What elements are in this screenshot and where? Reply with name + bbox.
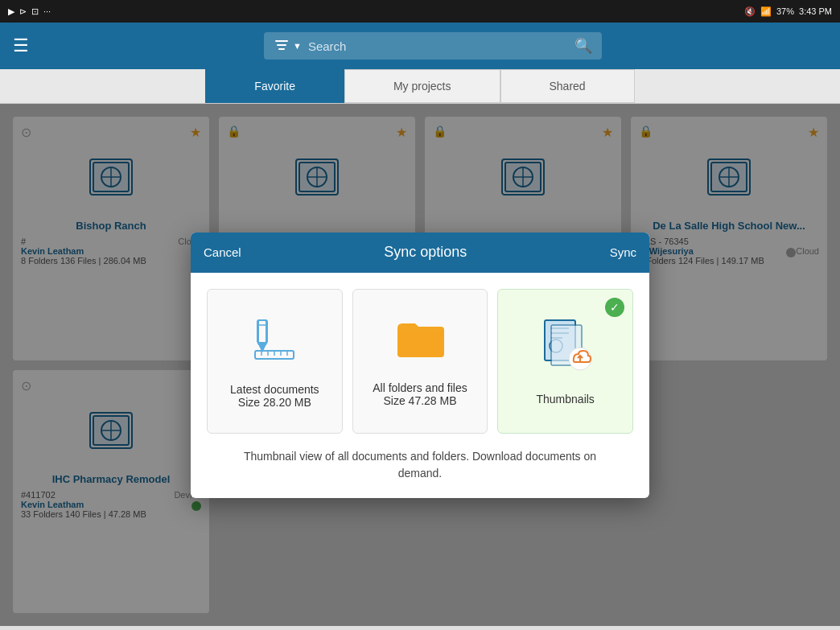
- search-icon: 🔍: [574, 37, 592, 55]
- project-grid: ⊙ ★ Bishop Ranch # Cloud Kevin Leatham 8…: [0, 104, 840, 626]
- sync-option-label-allfolders: All folders and files Size 47.28 MB: [373, 381, 467, 407]
- wifi-icon: 📶: [760, 6, 772, 17]
- svg-marker-32: [257, 343, 267, 351]
- status-bar-left: ▶ ⊳ ⊡ ···: [8, 6, 51, 17]
- folder-icon: [394, 315, 446, 370]
- app-icon-3: ⊡: [31, 6, 39, 17]
- search-bar[interactable]: ▼ Search 🔍: [264, 32, 602, 60]
- svg-rect-2: [278, 48, 285, 50]
- pencil-ruler-icon: [250, 314, 299, 372]
- sync-option-label-thumbnails: Thumbnails: [536, 393, 594, 406]
- mute-icon: 🔇: [744, 6, 756, 17]
- cancel-button[interactable]: Cancel: [204, 245, 241, 259]
- sync-option-latest[interactable]: Latest documents Size 28.20 MB: [207, 289, 343, 434]
- search-input[interactable]: Search: [308, 39, 568, 53]
- time-display: 3:43 PM: [799, 6, 832, 16]
- app-icon-1: ▶: [8, 6, 14, 17]
- tab-favorite[interactable]: Favorite: [205, 69, 344, 103]
- sync-description: Thumbnail view of all documents and fold…: [207, 448, 633, 482]
- tab-shared[interactable]: Shared: [500, 69, 635, 103]
- filter-button[interactable]: ▼: [274, 39, 302, 53]
- sync-option-label-latest: Latest documents Size 28.20 MB: [230, 383, 319, 409]
- status-bar-right: 🔇 📶 37% 3:43 PM: [744, 6, 832, 17]
- app-icon-2: ⊳: [19, 6, 27, 17]
- sync-option-thumbnails[interactable]: ✓: [497, 289, 633, 434]
- sync-option-allfolders[interactable]: All folders and files Size 47.28 MB: [352, 289, 488, 434]
- sync-options-dialog: Cancel Sync options Sync: [191, 233, 649, 498]
- battery-text: 37%: [776, 6, 794, 16]
- svg-rect-28: [258, 320, 266, 344]
- tab-myprojects[interactable]: My projects: [344, 69, 500, 103]
- svg-rect-0: [275, 40, 288, 42]
- app-icon-more: ···: [43, 6, 51, 16]
- status-bar: ▶ ⊳ ⊡ ··· 🔇 📶 37% 3:43 PM: [0, 0, 840, 23]
- dialog-body: Latest documents Size 28.20 MB All folde…: [191, 273, 649, 498]
- tabs-bar: Favorite My projects Shared: [0, 69, 840, 104]
- svg-rect-1: [277, 44, 286, 46]
- top-bar: ☰ ▼ Search 🔍: [0, 23, 840, 69]
- hamburger-button[interactable]: ☰: [13, 35, 29, 56]
- sync-button[interactable]: Sync: [610, 245, 636, 259]
- selected-check-badge: ✓: [605, 298, 624, 317]
- filter-arrow: ▼: [293, 41, 302, 51]
- thumbnails-icon: [538, 317, 593, 381]
- sync-options-list: Latest documents Size 28.20 MB All folde…: [207, 289, 633, 434]
- dialog-header: Cancel Sync options Sync: [191, 233, 649, 273]
- dialog-title: Sync options: [241, 244, 610, 261]
